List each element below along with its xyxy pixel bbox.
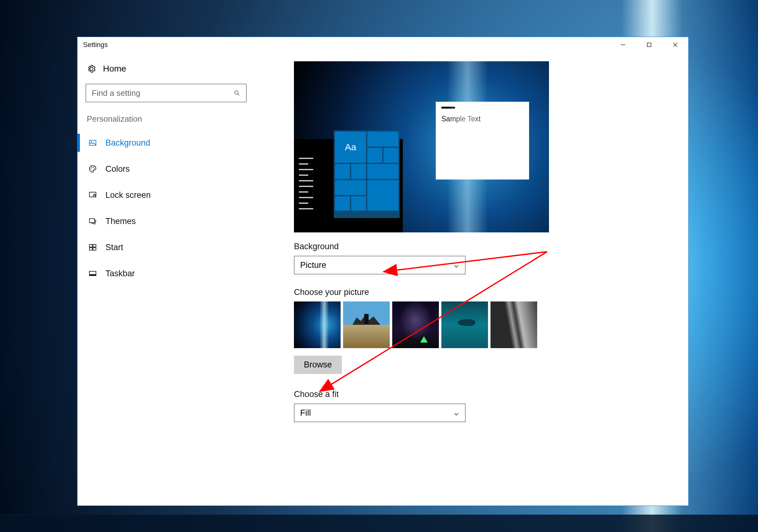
sidebar-item-label: Colors bbox=[105, 164, 130, 174]
preview-tiles: Aa bbox=[334, 130, 400, 218]
sidebar-item-label: Themes bbox=[105, 217, 136, 226]
choose-picture-label: Choose your picture bbox=[294, 288, 682, 297]
search-input-container[interactable] bbox=[86, 84, 247, 102]
sidebar-section-title: Personalization bbox=[86, 114, 247, 128]
browse-button-label: Browse bbox=[304, 360, 332, 369]
taskbar-icon bbox=[88, 269, 97, 278]
minimize-button[interactable] bbox=[610, 37, 636, 53]
sidebar: Home Personalization Background Colo bbox=[78, 53, 255, 506]
svg-point-8 bbox=[90, 169, 91, 169]
gear-icon bbox=[87, 64, 96, 73]
start-icon bbox=[88, 243, 97, 252]
fit-label: Choose a fit bbox=[294, 390, 682, 399]
svg-rect-6 bbox=[89, 140, 96, 145]
sidebar-item-label: Start bbox=[105, 243, 123, 252]
picture-thumbnails bbox=[294, 301, 682, 348]
sidebar-item-lock-screen[interactable]: Lock screen bbox=[86, 184, 247, 207]
svg-point-4 bbox=[235, 91, 238, 94]
sidebar-item-label: Taskbar bbox=[105, 269, 135, 278]
preview-start-panel: Aa bbox=[294, 139, 403, 232]
window-title: Settings bbox=[83, 41, 108, 49]
picture-thumb-5[interactable] bbox=[491, 301, 537, 348]
chevron-down-icon bbox=[453, 262, 460, 268]
sidebar-item-themes[interactable]: Themes bbox=[86, 210, 247, 233]
svg-rect-18 bbox=[93, 248, 96, 250]
chevron-down-icon bbox=[453, 410, 460, 416]
sidebar-item-label: Lock screen bbox=[105, 191, 151, 200]
window-controls bbox=[610, 37, 688, 53]
sidebar-item-background[interactable]: Background bbox=[86, 131, 247, 154]
home-button[interactable]: Home bbox=[86, 62, 247, 81]
desktop-preview: Aa Sample Text bbox=[294, 61, 549, 232]
maximize-button[interactable] bbox=[636, 37, 662, 53]
picture-thumb-1[interactable] bbox=[294, 301, 341, 348]
picture-thumb-3[interactable] bbox=[392, 301, 439, 348]
picture-icon bbox=[88, 138, 97, 148]
palette-icon bbox=[88, 164, 97, 174]
search-input[interactable] bbox=[92, 89, 234, 98]
sidebar-item-taskbar[interactable]: Taskbar bbox=[86, 262, 247, 285]
svg-point-7 bbox=[91, 141, 92, 142]
background-label: Background bbox=[294, 242, 682, 251]
lock-screen-icon bbox=[88, 191, 97, 200]
svg-rect-1 bbox=[647, 43, 651, 47]
sidebar-item-colors[interactable]: Colors bbox=[86, 158, 247, 180]
svg-point-11 bbox=[94, 168, 95, 169]
preview-tile-aa: Aa bbox=[335, 132, 366, 163]
svg-rect-16 bbox=[93, 244, 96, 247]
svg-rect-15 bbox=[89, 244, 92, 247]
content-area: Aa Sample Text Background Picture bbox=[255, 53, 688, 506]
svg-point-10 bbox=[93, 167, 94, 168]
preview-sample-window: Sample Text bbox=[436, 102, 529, 180]
svg-point-9 bbox=[91, 167, 92, 168]
search-icon bbox=[234, 89, 240, 96]
taskbar[interactable] bbox=[0, 514, 758, 532]
preview-sample-text: Sample Text bbox=[441, 115, 524, 123]
svg-line-5 bbox=[238, 94, 239, 95]
svg-rect-17 bbox=[89, 248, 92, 250]
svg-rect-14 bbox=[89, 219, 94, 223]
titlebar: Settings bbox=[78, 37, 688, 53]
sidebar-item-start[interactable]: Start bbox=[86, 236, 247, 259]
sidebar-item-label: Background bbox=[105, 138, 150, 148]
settings-window: Settings Home bbox=[77, 37, 689, 506]
picture-thumb-4[interactable] bbox=[441, 301, 488, 348]
background-dropdown-value: Picture bbox=[300, 261, 326, 270]
fit-dropdown[interactable]: Fill bbox=[294, 404, 465, 422]
background-dropdown[interactable]: Picture bbox=[294, 256, 465, 274]
picture-thumb-2[interactable] bbox=[343, 301, 390, 348]
svg-rect-20 bbox=[89, 274, 96, 276]
fit-dropdown-value: Fill bbox=[300, 408, 311, 418]
themes-icon bbox=[88, 217, 97, 226]
browse-button[interactable]: Browse bbox=[294, 356, 342, 374]
home-label: Home bbox=[103, 64, 126, 74]
preview-sidebar-lines bbox=[299, 158, 314, 214]
close-button[interactable] bbox=[662, 37, 688, 53]
